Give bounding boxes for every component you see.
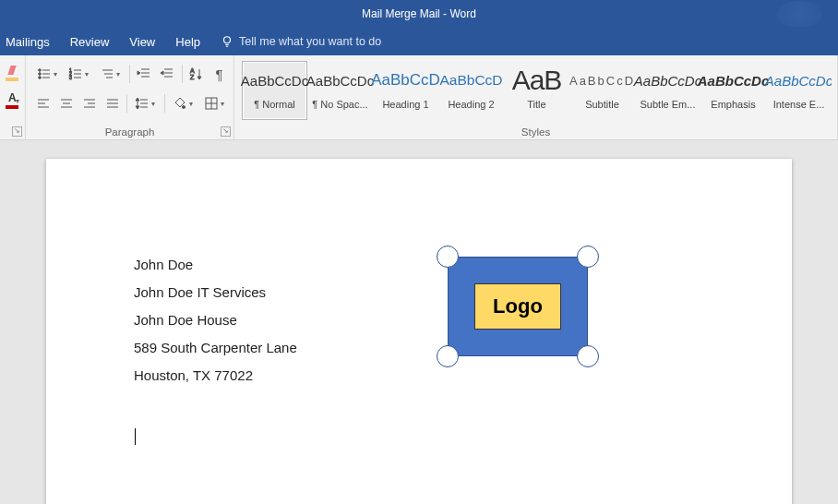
multilevel-list-button[interactable]: ▾ bbox=[98, 64, 124, 84]
separator bbox=[126, 94, 127, 113]
shading-button[interactable]: ▾ bbox=[171, 93, 197, 114]
chevron-down-icon: ▾ bbox=[116, 70, 124, 78]
style-tile-intense-e-[interactable]: AaBbCcDcIntense E... bbox=[766, 61, 832, 120]
address-line[interactable]: John Doe bbox=[134, 251, 411, 279]
chevron-down-icon: ▾ bbox=[151, 100, 159, 108]
style-preview: AaBbCcD bbox=[569, 62, 635, 99]
styles-group-label: Styles bbox=[234, 126, 837, 138]
style-preview: AaBbCcDc bbox=[241, 62, 308, 99]
address-line[interactable]: John Doe House bbox=[134, 306, 411, 334]
address-line[interactable]: Houston, TX 77022 bbox=[134, 362, 411, 390]
tab-mailings[interactable]: Mailings bbox=[6, 35, 50, 49]
style-name-label: Heading 1 bbox=[374, 99, 437, 110]
align-left-button[interactable] bbox=[35, 93, 53, 114]
tell-me-placeholder: Tell me what you want to do bbox=[239, 35, 381, 48]
svg-point-46 bbox=[183, 106, 186, 109]
style-name-label: Heading 2 bbox=[439, 99, 503, 110]
ribbon: A ▾ ↘ ▾ 123 ▾ ▾ bbox=[0, 55, 838, 140]
chevron-down-icon: ▾ bbox=[189, 100, 197, 108]
tab-review[interactable]: Review bbox=[70, 35, 110, 49]
text-cursor bbox=[135, 428, 136, 445]
style-preview: AaBbCcDc bbox=[765, 62, 832, 99]
paragraph-group-label: Paragraph bbox=[26, 126, 233, 138]
address-block[interactable]: John Doe John Doe IT Services John Doe H… bbox=[134, 251, 411, 390]
align-right-button[interactable] bbox=[81, 93, 99, 114]
style-tile-title[interactable]: AaBTitle bbox=[504, 61, 569, 120]
tab-view[interactable]: View bbox=[129, 35, 155, 49]
style-tile--no-spac-[interactable]: AaBbCcDc¶ No Spac... bbox=[307, 61, 373, 120]
dialog-launcher-icon[interactable]: ↘ bbox=[221, 126, 231, 137]
chevron-down-icon: ▾ bbox=[221, 100, 228, 108]
svg-text:3: 3 bbox=[69, 75, 72, 80]
style-name-label: Title bbox=[505, 99, 569, 110]
account-avatar[interactable] bbox=[777, 1, 821, 27]
style-tile-subtitle[interactable]: AaBbCcDSubtitle bbox=[569, 61, 635, 120]
chevron-down-icon: ▾ bbox=[54, 70, 61, 78]
style-tile-subtle-em-[interactable]: AaBbCcDcSubtle Em... bbox=[635, 61, 700, 120]
svg-text:Z: Z bbox=[190, 74, 195, 80]
style-preview: AaBbCcD bbox=[439, 62, 502, 99]
svg-marker-19 bbox=[138, 71, 140, 75]
svg-point-1 bbox=[39, 69, 42, 72]
lightbulb-icon bbox=[221, 35, 233, 48]
style-tile-heading-2[interactable]: AaBbCcDHeading 2 bbox=[438, 61, 504, 120]
borders-button[interactable]: ▾ bbox=[202, 93, 228, 114]
logo-shape[interactable]: Logo bbox=[448, 257, 588, 356]
svg-marker-45 bbox=[136, 106, 139, 109]
line-spacing-button[interactable]: ▾ bbox=[133, 93, 159, 114]
text-highlight-color-icon[interactable] bbox=[6, 65, 19, 81]
align-center-button[interactable] bbox=[58, 93, 76, 114]
logo-text: Logo bbox=[474, 283, 561, 330]
tab-help[interactable]: Help bbox=[175, 35, 200, 49]
show-hide-paragraph-marks-button[interactable]: ¶ bbox=[210, 64, 228, 84]
style-tile-emphasis[interactable]: AaBbCcDcEmphasis bbox=[700, 61, 766, 120]
svg-text:A: A bbox=[190, 67, 195, 74]
decrease-indent-button[interactable] bbox=[136, 64, 153, 84]
styles-group: AaBbCcDc¶ NormalAaBbCcDc¶ No Spac...AaBb… bbox=[234, 55, 838, 139]
style-preview: AaBbCcD bbox=[371, 62, 440, 99]
style-name-label: ¶ Normal bbox=[243, 99, 306, 110]
style-preview: AaBbCcDc bbox=[698, 62, 770, 99]
separator bbox=[129, 65, 130, 83]
title-bar: Mail Merge Mail - Word bbox=[0, 0, 838, 28]
paragraph-group: ▾ 123 ▾ ▾ AZ ¶ bbox=[26, 55, 234, 139]
document-page[interactable]: John Doe John Doe IT Services John Doe H… bbox=[46, 159, 792, 504]
svg-marker-27 bbox=[198, 77, 201, 79]
style-preview: AaBbCcDc bbox=[306, 62, 374, 99]
justify-button[interactable] bbox=[103, 93, 121, 114]
style-name-label: Intense E... bbox=[767, 99, 831, 110]
separator bbox=[164, 94, 165, 113]
document-workspace[interactable]: John Doe John Doe IT Services John Doe H… bbox=[0, 140, 838, 504]
style-tile--normal[interactable]: AaBbCcDc¶ Normal bbox=[242, 61, 307, 120]
style-tile-heading-1[interactable]: AaBbCcDHeading 1 bbox=[373, 61, 438, 120]
styles-gallery[interactable]: AaBbCcDc¶ NormalAaBbCcDc¶ No Spac...AaBb… bbox=[240, 59, 832, 122]
style-preview: AaB bbox=[512, 62, 562, 99]
dialog-launcher-icon[interactable]: ↘ bbox=[12, 126, 22, 137]
increase-indent-button[interactable] bbox=[159, 64, 176, 84]
style-name-label: Emphasis bbox=[701, 99, 765, 110]
window-title: Mail Merge Mail - Word bbox=[362, 7, 476, 20]
separator bbox=[182, 65, 183, 83]
svg-point-3 bbox=[39, 77, 42, 79]
tell-me-search[interactable]: Tell me what you want to do bbox=[221, 35, 381, 48]
ribbon-tabs: Mailings Review View Help Tell me what y… bbox=[0, 28, 838, 55]
address-line[interactable]: 589 South Carpenter Lane bbox=[134, 334, 411, 362]
svg-marker-23 bbox=[161, 71, 163, 75]
font-group-fragment: A ▾ ↘ bbox=[0, 55, 26, 139]
style-name-label: Subtitle bbox=[570, 99, 634, 110]
bullets-button[interactable]: ▾ bbox=[35, 64, 61, 84]
address-line[interactable]: John Doe IT Services bbox=[134, 279, 411, 306]
svg-marker-44 bbox=[136, 98, 139, 101]
style-preview: AaBbCcDc bbox=[634, 62, 701, 99]
chevron-down-icon: ▾ bbox=[85, 70, 92, 78]
style-name-label: ¶ No Spac... bbox=[308, 99, 372, 110]
svg-point-2 bbox=[39, 73, 42, 76]
svg-point-0 bbox=[224, 37, 231, 43]
sort-button[interactable]: AZ bbox=[187, 64, 205, 84]
style-name-label: Subtle Em... bbox=[636, 99, 700, 110]
numbering-button[interactable]: 123 ▾ bbox=[66, 64, 92, 84]
font-color-icon[interactable]: A bbox=[6, 92, 14, 109]
